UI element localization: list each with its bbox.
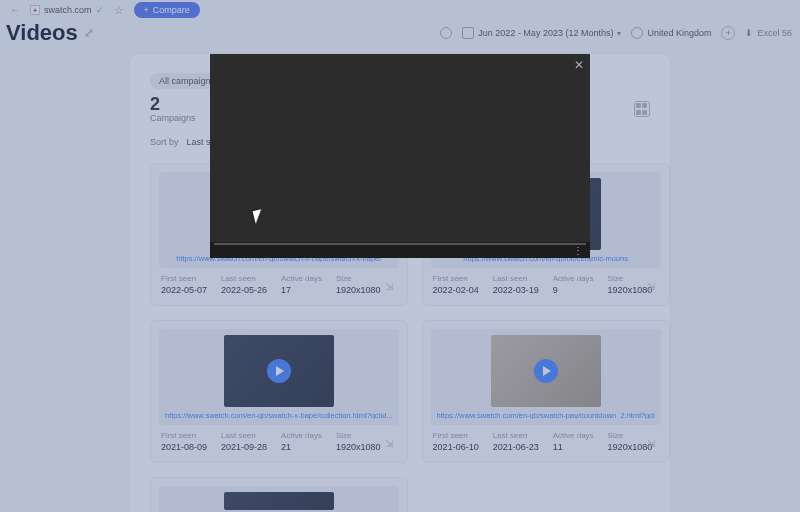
video-controls[interactable]: ⋮ (210, 242, 590, 258)
video-player-area[interactable] (210, 54, 590, 242)
video-modal-overlay[interactable]: ✕ ⋮ (0, 0, 800, 512)
more-options-icon[interactable]: ⋮ (573, 245, 584, 256)
video-player-modal: ✕ ⋮ (210, 54, 590, 258)
progress-bar[interactable] (214, 243, 586, 245)
